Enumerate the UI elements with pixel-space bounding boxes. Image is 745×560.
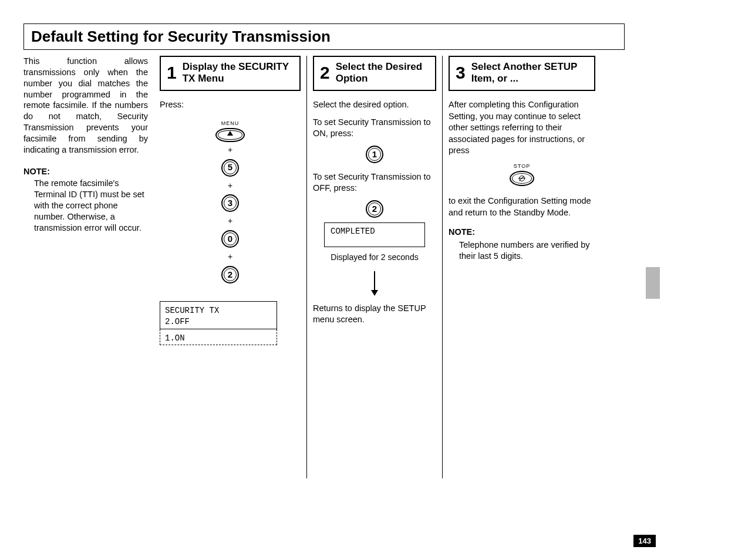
step-3-title: Select Another SETUP Item, or ... bbox=[471, 61, 588, 84]
step-2-body: Select the desired option. To set Securi… bbox=[313, 99, 436, 478]
note-body: The remote facsimile's Terminal ID (TTI)… bbox=[23, 178, 148, 233]
menu-up-arrow-icon bbox=[215, 128, 245, 142]
stop-button-icon: STOP bbox=[510, 163, 534, 186]
step3-p1: After completing this Configuration Sett… bbox=[449, 99, 595, 157]
keypad-1-icon: 1 bbox=[366, 146, 383, 163]
down-arrow-icon bbox=[374, 271, 375, 295]
plus-sign: + bbox=[160, 180, 301, 191]
column-divider bbox=[442, 56, 443, 478]
stop-button-label: STOP bbox=[510, 163, 534, 170]
step-1-body: Press: MENU + 5 + 3 + 0 + 2 bbox=[160, 99, 301, 478]
lcd-caption: Displayed for 2 seconds bbox=[313, 252, 436, 263]
plus-sign: + bbox=[160, 251, 301, 262]
section-title: Default Setting for Security Transmissio… bbox=[31, 28, 331, 45]
intro-column: This function allows transmissions only … bbox=[23, 56, 160, 478]
lcd-line-2: 2.OFF bbox=[165, 316, 272, 328]
keypad-2-icon: 2 bbox=[366, 200, 383, 218]
key-sequence: MENU + 5 + 3 + 0 + 2 bbox=[160, 117, 301, 284]
step-1-header: 1 Display the SECURITY TX Menu bbox=[160, 56, 301, 91]
plus-sign: + bbox=[160, 215, 301, 227]
step3-p2: to exit the Configuration Setting mode a… bbox=[449, 195, 595, 218]
step-2-title: Select the Desired Option bbox=[336, 61, 429, 84]
lcd-line-1: SECURITY TX bbox=[165, 305, 272, 316]
section-title-box: Default Setting for Security Transmissio… bbox=[23, 23, 625, 50]
lcd-alt-line: 1.ON bbox=[165, 333, 272, 344]
step-2-number: 2 bbox=[320, 64, 330, 82]
body-grid: This function allows transmissions only … bbox=[23, 56, 625, 478]
step-1-number: 1 bbox=[167, 64, 177, 82]
keypad-3-icon: 3 bbox=[221, 194, 239, 212]
lcd-display-step1: SECURITY TX 2.OFF 1.ON bbox=[160, 301, 277, 345]
step2-p1: Select the desired option. bbox=[313, 99, 436, 111]
keypad-0-icon: 0 bbox=[221, 230, 239, 248]
plus-sign: + bbox=[160, 144, 301, 156]
step2-p4: Returns to display the SETUP menu screen… bbox=[313, 303, 436, 326]
side-tab-marker bbox=[646, 267, 660, 299]
step-1: 1 Display the SECURITY TX Menu Press: ME… bbox=[160, 56, 301, 478]
steps-row: 1 Display the SECURITY TX Menu Press: ME… bbox=[160, 56, 595, 478]
note-heading: NOTE: bbox=[23, 166, 148, 177]
step2-p2: To set Security Transmission to ON, pres… bbox=[313, 117, 436, 140]
step-3-number: 3 bbox=[456, 64, 466, 82]
keypad-2-icon: 2 bbox=[221, 266, 239, 284]
step-3-body: After completing this Configuration Sett… bbox=[449, 99, 595, 478]
step-3-header: 3 Select Another SETUP Item, or ... bbox=[449, 56, 595, 91]
menu-button-label: MENU bbox=[215, 120, 245, 127]
page-number: 143 bbox=[633, 535, 656, 547]
intro-paragraph: This function allows transmissions only … bbox=[23, 56, 148, 156]
step3-note-heading: NOTE: bbox=[449, 227, 595, 238]
lcd-completed: COMPLETED bbox=[324, 222, 425, 247]
lcd-completed-text: COMPLETED bbox=[331, 227, 375, 236]
step-2: 2 Select the Desired Option Select the d… bbox=[313, 56, 436, 478]
keypad-5-icon: 5 bbox=[221, 159, 239, 177]
manual-page: Default Setting for Security Transmissio… bbox=[23, 23, 625, 478]
step-2-header: 2 Select the Desired Option bbox=[313, 56, 436, 91]
press-label: Press: bbox=[160, 99, 301, 111]
step-3: 3 Select Another SETUP Item, or ... Afte… bbox=[449, 56, 595, 478]
step2-p3: To set Security Transmission to OFF, pre… bbox=[313, 171, 436, 194]
column-divider bbox=[306, 56, 307, 478]
step-1-title: Display the SECURITY TX Menu bbox=[183, 61, 294, 84]
step3-note-body: Telephone numbers are verified by their … bbox=[449, 239, 595, 262]
menu-button-icon: MENU bbox=[215, 120, 245, 142]
